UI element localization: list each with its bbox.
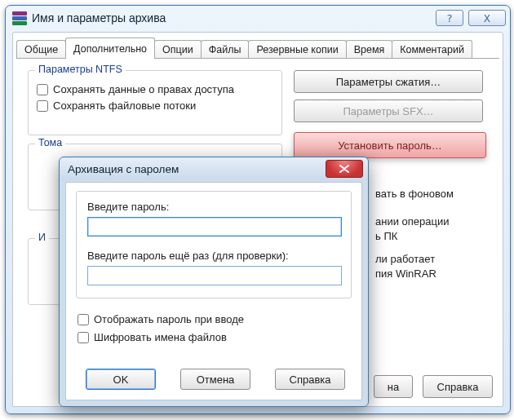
password-confirm-input[interactable] — [87, 266, 342, 285]
group-ntfs-legend: Параметры NTFS — [35, 64, 126, 75]
tab-time[interactable]: Время — [346, 40, 393, 59]
tabstrip: Общие Дополнительно Опции Файлы Резервны… — [13, 33, 503, 59]
checkbox-show-password-label: Отображать пароль при вводе — [94, 313, 244, 325]
help-button[interactable]: ? — [436, 10, 463, 26]
tab-files[interactable]: Файлы — [201, 40, 250, 59]
password-dialog: Архивация с паролем Введите пароль: Введ… — [59, 157, 369, 407]
checkbox-save-rights[interactable]: Сохранять данные о правах доступа — [37, 83, 273, 95]
checkbox-encrypt-names-label: Шифровать имена файлов — [94, 331, 227, 343]
password-help-button[interactable]: Справка — [275, 369, 345, 390]
tab-comment[interactable]: Комментарий — [392, 40, 472, 59]
set-password-button[interactable]: Установить пароль… — [294, 132, 486, 158]
sfx-params-button: Параметры SFX… — [294, 99, 483, 122]
close-icon — [339, 165, 349, 173]
op-text-fragment-2: ь ПК — [375, 230, 397, 242]
password-title: Архивация с паролем — [68, 163, 326, 175]
compression-params-button[interactable]: Параметры сжатия… — [294, 70, 483, 93]
titlebar[interactable]: Имя и параметры архива ? X — [6, 6, 510, 30]
tab-advanced[interactable]: Дополнительно — [65, 38, 155, 59]
checkbox-save-streams-label: Сохранять файловые потоки — [53, 99, 196, 112]
close-button[interactable]: X — [468, 10, 506, 26]
password-input[interactable] — [87, 217, 342, 237]
winrar-icon — [12, 11, 27, 25]
checkbox-encrypt-names-box[interactable] — [78, 332, 89, 343]
checkbox-show-password-box[interactable] — [78, 314, 89, 325]
op-text-fragment-1: ании операции — [375, 215, 449, 228]
confirm-password-label: Введите пароль ещё раз (для проверки): — [87, 250, 289, 262]
password-client: Введите пароль: Введите пароль ещё раз (… — [65, 182, 362, 400]
help-footer-button[interactable]: Справка — [423, 375, 493, 398]
bg-text-fragment: вать в фоновом — [375, 188, 454, 200]
tab-options[interactable]: Опции — [154, 40, 202, 59]
wr-text-fragment-1: ли работает — [375, 253, 435, 265]
tab-backup[interactable]: Резервные копии — [248, 40, 346, 59]
cancel-button[interactable]: Отмена — [180, 369, 250, 390]
password-titlebar[interactable]: Архивация с паролем — [60, 157, 368, 180]
checkbox-save-streams[interactable]: Сохранять файловые потоки — [37, 99, 273, 112]
tab-general[interactable]: Общие — [16, 40, 66, 59]
checkbox-save-streams-box[interactable] — [37, 100, 48, 112]
enter-password-label: Введите пароль: — [87, 201, 169, 213]
group-volumes-legend: Тома — [35, 137, 65, 148]
checkbox-save-rights-label: Сохранять данные о правах доступа — [53, 83, 234, 95]
password-close-button[interactable] — [326, 160, 363, 178]
footer-button-fragment[interactable]: на — [374, 375, 413, 398]
group-ntfs: Параметры NTFS Сохранять данные о правах… — [28, 70, 282, 135]
ok-button[interactable]: OK — [86, 369, 156, 390]
group-info-legend: И — [35, 232, 49, 243]
window-title: Имя и параметры архива — [32, 11, 431, 24]
checkbox-save-rights-box[interactable] — [37, 84, 48, 95]
checkbox-encrypt-names[interactable]: Шифровать имена файлов — [78, 331, 227, 343]
wr-text-fragment-2: пия WinRAR — [375, 267, 436, 280]
checkbox-show-password[interactable]: Отображать пароль при вводе — [78, 313, 244, 325]
